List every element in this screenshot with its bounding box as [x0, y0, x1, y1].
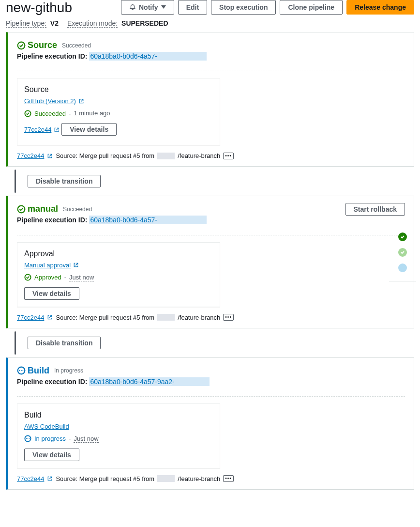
execution-id-label: Pipeline execution ID: [17, 52, 87, 60]
check-circle-icon [17, 41, 26, 50]
more-button[interactable]: ••• [223, 153, 234, 159]
bell-icon [129, 4, 136, 11]
redacted [157, 153, 175, 159]
more-button[interactable]: ••• [223, 314, 234, 321]
disable-transition-button[interactable]: Disable transition [28, 337, 101, 349]
stage-status: Succeeded [63, 206, 92, 213]
clone-pipeline-button[interactable]: Clone pipeline [280, 0, 343, 15]
commit-message-suffix: /feature-branch [178, 314, 220, 321]
notify-button[interactable]: Notify [121, 0, 174, 15]
pipeline-type-label: Pipeline type: [6, 19, 46, 28]
action-card-source: Source GitHub (Version 2) Succeeded - 1 … [17, 78, 220, 145]
view-details-button[interactable]: View details [24, 287, 79, 300]
nav-dot-in-progress[interactable] [398, 264, 407, 272]
action-time: 1 minute ago [74, 109, 110, 117]
external-link-icon [47, 153, 53, 159]
execution-id-label: Pipeline execution ID: [17, 378, 87, 386]
external-link-icon [47, 476, 53, 481]
stage-manual: Start rollback manual Succeeded Pipeline… [6, 196, 414, 328]
external-link-icon [47, 314, 53, 320]
stop-execution-button[interactable]: Stop execution [211, 0, 276, 15]
stage-status: In progress [54, 367, 83, 374]
view-details-button[interactable]: View details [24, 449, 79, 461]
commit-message: Source: Merge pull request #5 from [56, 314, 154, 321]
svg-point-5 [19, 370, 20, 371]
nav-dot-succeeded[interactable] [398, 248, 407, 257]
action-card-approval: Approval Manual approval Approved - Just… [17, 242, 220, 307]
external-link-icon [73, 262, 79, 268]
nav-dot-succeeded[interactable] [398, 232, 407, 241]
execution-mode-value: SUPERSEDED [121, 19, 168, 27]
in-progress-icon [17, 366, 26, 375]
external-link-icon [78, 98, 84, 104]
stage-nav-dots [389, 232, 416, 281]
execution-id-link[interactable]: 60a18ba0-b0d6-4a57- [89, 216, 207, 224]
svg-point-11 [29, 438, 30, 439]
commit-link[interactable]: 77cc2e44 [17, 152, 44, 159]
svg-point-7 [22, 370, 23, 371]
action-card-build: Build AWS CodeBuild In progress - Just n… [17, 403, 220, 468]
commit-message-suffix: /feature-branch [178, 152, 220, 159]
provider-link[interactable]: AWS CodeBuild [24, 423, 69, 430]
commit-message: Source: Merge pull request #5 from [56, 475, 154, 482]
redacted [157, 475, 175, 482]
view-details-button[interactable]: View details [61, 123, 117, 136]
release-change-button[interactable]: Release change [346, 0, 414, 15]
commit-message-suffix: /feature-branch [178, 475, 220, 482]
action-time: Just now [69, 274, 94, 281]
more-button[interactable]: ••• [223, 475, 234, 482]
check-circle-icon [24, 110, 31, 117]
action-status: In progress [34, 435, 66, 442]
in-progress-icon [24, 435, 31, 442]
svg-point-10 [28, 438, 29, 439]
commit-message: Source: Merge pull request #5 from [56, 152, 154, 159]
provider-link[interactable]: GitHub (Version 2) [24, 97, 76, 105]
start-rollback-button[interactable]: Start rollback [345, 203, 405, 216]
execution-id-label: Pipeline execution ID: [17, 216, 87, 224]
redacted [157, 314, 175, 321]
disable-transition-button[interactable]: Disable transition [28, 175, 101, 187]
external-link-icon [54, 127, 60, 133]
execution-id-link[interactable]: 60a18ba0-b0d6-4a57-9aa2- [89, 377, 209, 386]
svg-point-9 [26, 438, 27, 439]
provider-link[interactable]: Manual approval [24, 262, 71, 269]
stage-status: Succeeded [62, 42, 91, 49]
action-title: Source [24, 85, 213, 94]
stage-source: Source Succeeded Pipeline execution ID: … [6, 32, 414, 167]
edit-button[interactable]: Edit [178, 0, 207, 15]
page-title: new-github [6, 0, 72, 16]
check-circle-icon [24, 274, 31, 281]
action-time: Just now [74, 435, 98, 443]
commit-link[interactable]: 77cc2e44 [17, 475, 44, 482]
commit-link[interactable]: 77cc2e44 [17, 314, 44, 321]
execution-id-link[interactable]: 60a18ba0-b0d6-4a57- [89, 52, 207, 61]
caret-down-icon [161, 5, 166, 9]
stage-build: Build In progress Pipeline execution ID:… [6, 357, 414, 490]
pipeline-type-value: V2 [50, 19, 59, 27]
commit-link[interactable]: 77cc2e44 [24, 126, 51, 133]
check-circle-icon [17, 205, 26, 214]
action-title: Approval [24, 249, 213, 258]
action-status: Succeeded [34, 110, 66, 117]
action-title: Build [24, 411, 213, 419]
execution-mode-label: Execution mode: [67, 19, 118, 28]
svg-point-6 [21, 370, 22, 371]
action-status: Approved [34, 274, 61, 281]
transition-line [15, 170, 16, 193]
transition-line [15, 331, 16, 355]
